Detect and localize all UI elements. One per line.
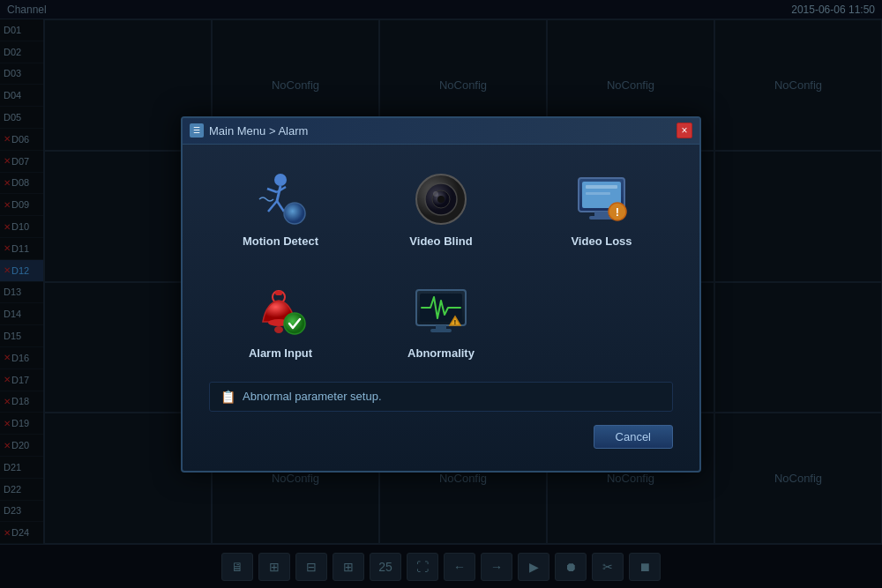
motion-detect-item[interactable]: Motion Detect: [209, 162, 352, 257]
svg-point-11: [433, 191, 438, 197]
svg-line-4: [268, 201, 277, 212]
alarm-input-icon: [252, 283, 309, 339]
modal-overlay: ☰ Main Menu > Alarm ×: [0, 0, 882, 588]
alarm-modal: ☰ Main Menu > Alarm ×: [181, 116, 701, 473]
svg-rect-19: [586, 192, 610, 195]
svg-line-2: [267, 189, 277, 192]
svg-point-23: [274, 326, 283, 333]
alarm-input-label: Alarm Input: [249, 346, 312, 360]
motion-detect-label: Motion Detect: [243, 234, 318, 248]
modal-status-bar: 📋 Abnormal parameter setup.: [209, 382, 673, 412]
status-icon: 📋: [220, 390, 235, 404]
svg-rect-18: [586, 185, 617, 189]
modal-title-text: Main Menu > Alarm: [209, 124, 308, 138]
svg-line-1: [277, 186, 280, 201]
video-loss-icon: !: [573, 171, 630, 227]
svg-text:!: !: [454, 319, 456, 325]
abnormality-item[interactable]: !: [370, 274, 512, 368]
svg-point-6: [284, 203, 305, 224]
alarm-input-item[interactable]: Alarm Input: [209, 274, 352, 368]
modal-titlebar: ☰ Main Menu > Alarm ×: [183, 118, 699, 145]
svg-point-24: [284, 313, 305, 334]
modal-body: Motion Detect: [183, 145, 699, 471]
svg-rect-29: [436, 325, 446, 329]
modal-close-button[interactable]: ×: [676, 123, 692, 138]
video-loss-item[interactable]: !: [530, 162, 673, 257]
svg-point-0: [274, 174, 287, 186]
svg-rect-30: [430, 329, 452, 332]
svg-text:!: !: [616, 205, 619, 219]
video-blind-icon: [413, 171, 469, 227]
cancel-button[interactable]: Cancel: [594, 425, 673, 449]
svg-line-5: [277, 201, 284, 212]
motion-detect-icon: [252, 171, 309, 227]
video-loss-label: Video Loss: [571, 234, 632, 248]
abnormality-icon: !: [413, 283, 469, 339]
svg-rect-22: [275, 291, 282, 295]
modal-footer: Cancel: [209, 425, 673, 453]
icon-row-1: Motion Detect: [209, 162, 673, 257]
abnormality-label: Abnormality: [407, 346, 475, 360]
svg-point-10: [437, 196, 445, 203]
modal-title-icon: ☰: [190, 123, 204, 138]
video-blind-label: Video Blind: [409, 234, 472, 248]
dvr-screen: Channel 2015-06-06 11:50 D01D02D03D04D05…: [0, 0, 882, 588]
status-text: Abnormal parameter setup.: [243, 390, 382, 403]
video-blind-item[interactable]: Video Blind: [370, 162, 512, 257]
svg-rect-14: [594, 212, 609, 216]
